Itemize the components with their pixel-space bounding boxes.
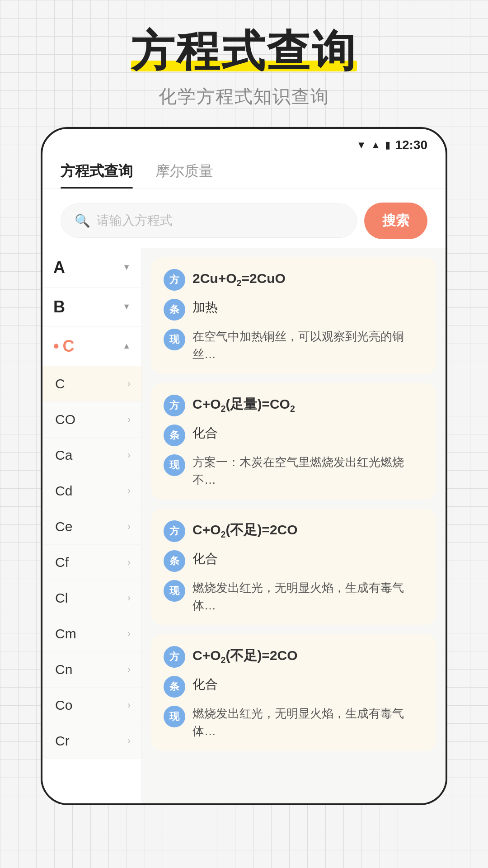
search-input-wrapper[interactable]: 🔍 请输入方程式 xyxy=(61,203,357,238)
tab-molar[interactable]: 摩尔质量 xyxy=(155,161,213,189)
eq-condition-4: 化合 xyxy=(192,675,424,694)
badge-condition-4: 条 xyxy=(164,676,185,698)
page-header: 方程式查询 化学方程式知识查询 xyxy=(0,0,488,127)
badge-formula-1: 方 xyxy=(164,269,185,291)
sidebar-group-C[interactable]: • C ▲ xyxy=(42,327,141,366)
sidebar-group-arrow-B: ▼ xyxy=(122,302,131,311)
badge-condition-1: 条 xyxy=(164,299,185,321)
sidebar-item-Cl[interactable]: Cl › xyxy=(42,580,141,616)
sidebar-item-Ce[interactable]: Ce › xyxy=(42,509,141,545)
status-icons: ▼ ▲ ▮ 12:30 xyxy=(357,138,427,152)
badge-desc-4: 现 xyxy=(164,706,185,727)
sidebar-group-label-B: B xyxy=(53,297,65,316)
sidebar-item-Cm[interactable]: Cm › xyxy=(42,616,141,652)
sidebar-item-Ca[interactable]: Ca › xyxy=(42,438,141,473)
eq-formula-3: C+O2(不足)=2CO xyxy=(192,519,424,541)
sidebar-item-Cn[interactable]: Cn › xyxy=(42,652,141,688)
search-icon: 🔍 xyxy=(75,213,90,228)
eq-row-desc-1: 现 在空气中加热铜丝，可以观察到光亮的铜丝… xyxy=(164,328,424,363)
sidebar: A ▼ B ▼ • C ▲ C › CO xyxy=(42,248,142,803)
eq-card-3[interactable]: 方 C+O2(不足)=2CO 条 化合 现 燃烧发出红光，无明显火焰，生成有毒气… xyxy=(151,509,436,625)
sub-title: 化学方程式知识查询 xyxy=(18,84,470,109)
chevron-right-Cr: › xyxy=(127,735,131,747)
badge-desc-1: 现 xyxy=(164,329,185,350)
badge-formula-3: 方 xyxy=(164,520,185,542)
search-placeholder: 请输入方程式 xyxy=(97,212,173,229)
badge-condition-2: 条 xyxy=(164,425,185,446)
eq-row-condition-2: 条 化合 xyxy=(164,424,424,446)
chevron-right-Ce: › xyxy=(127,521,131,533)
eq-row-formula-3: 方 C+O2(不足)=2CO xyxy=(164,519,424,542)
sidebar-group-A[interactable]: A ▼ xyxy=(42,248,141,288)
eq-condition-1: 加热 xyxy=(192,298,424,317)
tab-equation[interactable]: 方程式查询 xyxy=(61,161,133,189)
sidebar-item-CO[interactable]: CO › xyxy=(42,402,141,438)
tab-bar: 方程式查询 摩尔质量 xyxy=(42,157,446,189)
status-time: 12:30 xyxy=(395,138,427,152)
sidebar-item-C[interactable]: C › xyxy=(42,366,141,402)
chevron-right-C: › xyxy=(127,378,131,390)
eq-row-condition-1: 条 加热 xyxy=(164,298,424,321)
eq-card-2[interactable]: 方 C+O2(足量)=CO2 条 化合 现 方案一：木炭在空气里燃烧发出红光燃烧… xyxy=(151,383,436,500)
sidebar-group-arrow-C: ▲ xyxy=(122,341,131,351)
sidebar-group-label-A: A xyxy=(53,258,65,277)
eq-row-formula-2: 方 C+O2(足量)=CO2 xyxy=(164,394,424,416)
eq-row-condition-4: 条 化合 xyxy=(164,675,424,698)
sidebar-group-B[interactable]: B ▼ xyxy=(42,288,141,327)
main-title: 方程式查询 xyxy=(131,27,357,75)
eq-row-condition-3: 条 化合 xyxy=(164,549,424,572)
chevron-right-Ca: › xyxy=(127,449,131,461)
eq-desc-3: 燃烧发出红光，无明显火焰，生成有毒气体… xyxy=(192,579,424,614)
eq-desc-4: 燃烧发出红光，无明显火焰，生成有毒气体… xyxy=(192,705,424,740)
content-area: A ▼ B ▼ • C ▲ C › CO xyxy=(42,248,446,803)
right-content: 方 2Cu+O2=2CuO 条 加热 现 在空气中加热铜丝，可以观察到光亮的铜丝… xyxy=(142,248,446,803)
eq-formula-1: 2Cu+O2=2CuO xyxy=(192,268,424,290)
eq-card-1[interactable]: 方 2Cu+O2=2CuO 条 加热 现 在空气中加热铜丝，可以观察到光亮的铜丝… xyxy=(151,257,436,374)
eq-desc-1: 在空气中加热铜丝，可以观察到光亮的铜丝… xyxy=(192,328,424,363)
chevron-right-Cn: › xyxy=(127,664,131,675)
sidebar-group-arrow-A: ▼ xyxy=(122,263,131,272)
eq-formula-2: C+O2(足量)=CO2 xyxy=(192,394,424,415)
badge-desc-3: 现 xyxy=(164,580,185,602)
phone-mock: ▼ ▲ ▮ 12:30 方程式查询 摩尔质量 🔍 请输入方程式 搜索 A ▼ xyxy=(41,127,447,805)
badge-formula-4: 方 xyxy=(164,646,185,668)
signal-icon: ▲ xyxy=(371,139,381,151)
chevron-right-Cm: › xyxy=(127,628,131,640)
badge-condition-3: 条 xyxy=(164,550,185,572)
sidebar-item-Cd[interactable]: Cd › xyxy=(42,473,141,509)
badge-formula-2: 方 xyxy=(164,395,185,416)
eq-condition-3: 化合 xyxy=(192,549,424,568)
sidebar-item-Cf[interactable]: Cf › xyxy=(42,545,141,580)
chevron-right-Co: › xyxy=(127,699,131,711)
search-area: 🔍 请输入方程式 搜索 xyxy=(42,189,446,248)
chevron-right-CO: › xyxy=(127,414,131,425)
eq-card-4[interactable]: 方 C+O2(不足)=2CO 条 化合 现 燃烧发出红光，无明显火焰，生成有毒气… xyxy=(151,634,436,751)
sidebar-active-dot: • xyxy=(53,337,59,356)
eq-row-desc-3: 现 燃烧发出红光，无明显火焰，生成有毒气体… xyxy=(164,579,424,614)
sidebar-item-Cr[interactable]: Cr › xyxy=(42,723,141,759)
eq-row-desc-2: 现 方案一：木炭在空气里燃烧发出红光燃烧不… xyxy=(164,453,424,489)
chevron-right-Cl: › xyxy=(127,592,131,604)
chevron-right-Cf: › xyxy=(127,557,131,568)
chevron-right-Cd: › xyxy=(127,485,131,497)
wifi-icon: ▼ xyxy=(357,139,366,151)
badge-desc-2: 现 xyxy=(164,454,185,476)
status-bar: ▼ ▲ ▮ 12:30 xyxy=(42,129,446,157)
eq-row-desc-4: 现 燃烧发出红光，无明显火焰，生成有毒气体… xyxy=(164,705,424,740)
eq-formula-4: C+O2(不足)=2CO xyxy=(192,645,424,667)
eq-desc-2: 方案一：木炭在空气里燃烧发出红光燃烧不… xyxy=(192,453,424,489)
sidebar-item-Co[interactable]: Co › xyxy=(42,688,141,723)
eq-row-formula-1: 方 2Cu+O2=2CuO xyxy=(164,268,424,291)
eq-condition-2: 化合 xyxy=(192,424,424,443)
eq-row-formula-4: 方 C+O2(不足)=2CO xyxy=(164,645,424,668)
search-button[interactable]: 搜索 xyxy=(364,203,427,239)
battery-icon: ▮ xyxy=(385,139,390,151)
sidebar-group-label-C: C xyxy=(63,337,75,356)
